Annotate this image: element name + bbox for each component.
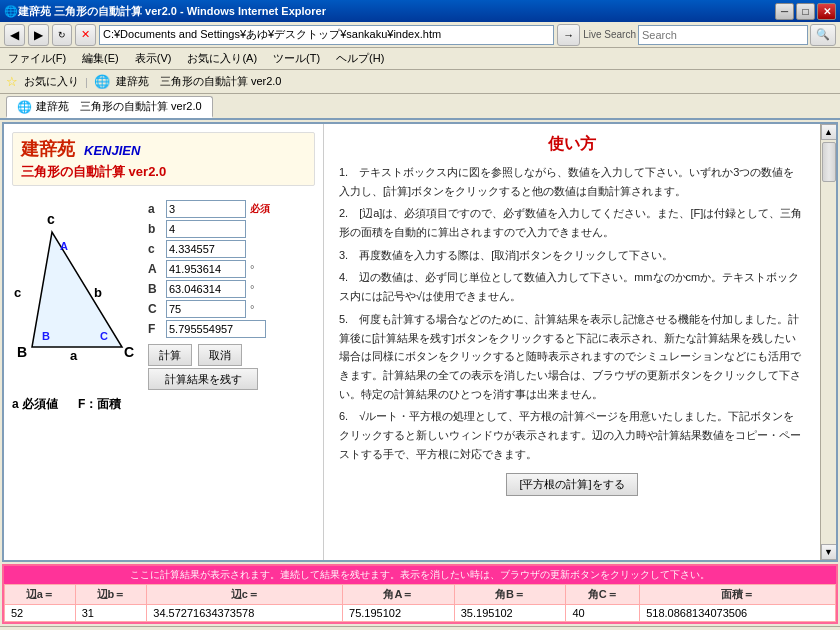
f-label: F：面積 (78, 396, 121, 413)
table-row: 523134.5727163437357875.19510235.1951024… (5, 605, 836, 622)
favorites-tab1[interactable]: 建辞苑 三角形の自動計算 ver2.0 (116, 74, 282, 89)
forward-button[interactable]: ▶ (28, 24, 49, 46)
col-a: 辺a＝ (5, 585, 76, 605)
input-B[interactable] (166, 280, 246, 298)
input-a[interactable] (166, 200, 246, 218)
usage-line-5: 5. 何度も計算する場合などのために、計算結果を表示し記憶させる機能を付加しまし… (339, 310, 805, 403)
main-content: 建辞苑 KENJIEN 三角形の自動計算 ver2.0 B C c c b (2, 122, 838, 562)
usage-title: 使い方 (339, 134, 805, 155)
input-A[interactable] (166, 260, 246, 278)
favorites-bar: ☆ お気に入り | 🌐 建辞苑 三角形の自動計算 ver2.0 (0, 70, 840, 94)
input-row-F: F (148, 320, 270, 338)
stop-button[interactable]: ✕ (75, 24, 96, 46)
table-cell: 35.195102 (454, 605, 566, 622)
logo-roman: KENJIEN (84, 143, 140, 158)
svg-text:B: B (17, 344, 27, 360)
label-a: a (148, 202, 162, 216)
title-bar-buttons: ─ □ ✕ (775, 3, 836, 20)
input-row-A: A ° (148, 260, 270, 278)
results-header: ここに計算結果が表示されます。連続して結果を残せます。表示を消したい時は、ブラウ… (4, 566, 836, 584)
search-button[interactable]: 🔍 (810, 24, 836, 46)
input-row-c: c (148, 240, 270, 258)
label-B: B (148, 282, 162, 296)
address-input[interactable] (99, 25, 554, 45)
cancel-button[interactable]: 取消 (198, 344, 242, 366)
scroll-up-button[interactable]: ▲ (821, 124, 837, 140)
required-a: 必須 (250, 202, 270, 216)
table-cell: 40 (566, 605, 640, 622)
refresh-button[interactable]: ↻ (52, 24, 72, 46)
logo-area: 建辞苑 KENJIEN 三角形の自動計算 ver2.0 (12, 132, 315, 186)
minimize-button[interactable]: ─ (775, 3, 794, 20)
svg-text:B: B (42, 330, 50, 342)
label-c: c (148, 242, 162, 256)
input-F[interactable] (166, 320, 266, 338)
bottom-labels: a 必須値 F：面積 (12, 396, 315, 413)
usage-line-6: 6. √ルート・平方根の処理として、平方根の計算ページを用意いたしました。下記ボ… (339, 407, 805, 463)
logo-kanji: 建辞苑 (21, 139, 75, 159)
maximize-button[interactable]: □ (796, 3, 815, 20)
address-bar: ◀ ▶ ↻ ✕ → Live Search 🔍 (0, 22, 840, 48)
menu-view[interactable]: 表示(V) (131, 49, 176, 68)
triangle-diagram: B C c c b a B C A (12, 202, 142, 384)
live-search-label: Live Search (583, 29, 636, 40)
results-area: ここに計算結果が表示されます。連続して結果を残せます。表示を消したい時は、ブラウ… (2, 564, 838, 624)
usage-text: 1. テキストボックス内に図を参照しながら、数値を入力して下さい。いずれか3つの… (339, 163, 805, 463)
go-button[interactable]: → (557, 24, 580, 46)
input-C[interactable] (166, 300, 246, 318)
input-c[interactable] (166, 240, 246, 258)
scroll-thumb[interactable] (822, 142, 836, 182)
col-c: 辺c＝ (147, 585, 343, 605)
col-A: 角A＝ (343, 585, 455, 605)
search-input[interactable] (638, 25, 808, 45)
input-row-a: a 必須 (148, 200, 270, 218)
results-header-row: 辺a＝ 辺b＝ 辺c＝ 角A＝ 角B＝ 角C＝ 面積＝ (5, 585, 836, 605)
table-cell: 75.195102 (343, 605, 455, 622)
scroll-track: ▲ ▼ (820, 124, 836, 560)
usage-line-4: 4. 辺の数値は、必ず同じ単位として数値入力して下さい。mmなのかcmか。テキス… (339, 268, 805, 305)
degree-B: ° (250, 283, 254, 295)
menu-edit[interactable]: 編集(E) (78, 49, 123, 68)
scroll-down-button[interactable]: ▼ (821, 544, 837, 560)
favorites-tab-icon: 🌐 (94, 74, 110, 89)
usage-line-2: 2. [辺a]は、必須項目ですので、必ず数値を入力してください。また、[F]は付… (339, 204, 805, 241)
menu-bar: ファイル(F) 編集(E) 表示(V) お気に入り(A) ツール(T) ヘルプ(… (0, 48, 840, 70)
results-table: 辺a＝ 辺b＝ 辺c＝ 角A＝ 角B＝ 角C＝ 面積＝ 523134.57271… (4, 584, 836, 622)
sqrt-button[interactable]: [平方根の計算]をする (506, 473, 637, 496)
menu-tools[interactable]: ツール(T) (269, 49, 324, 68)
status-bar: ✕ 閉じる Copyright 2001-2002 demekun. All R… (0, 626, 840, 630)
favorites-divider: | (85, 76, 88, 88)
input-b[interactable] (166, 220, 246, 238)
input-row-b: b (148, 220, 270, 238)
usage-line-1: 1. テキストボックス内に図を参照しながら、数値を入力して下さい。いずれか3つの… (339, 163, 805, 200)
title-bar-icon: 🌐 (4, 5, 18, 18)
table-cell: 52 (5, 605, 76, 622)
a-label: a 必須値 (12, 396, 58, 413)
title-bar: 🌐 建辞苑 三角形の自動計算 ver2.0 - Windows Internet… (0, 0, 840, 22)
buttons-row: 計算 取消 (148, 344, 270, 366)
save-button[interactable]: 計算結果を残す (148, 368, 258, 390)
table-cell: 34.57271634373578 (147, 605, 343, 622)
col-B: 角B＝ (454, 585, 566, 605)
col-C: 角C＝ (566, 585, 640, 605)
back-button[interactable]: ◀ (4, 24, 25, 46)
close-button[interactable]: ✕ (817, 3, 836, 20)
col-area: 面積＝ (640, 585, 836, 605)
table-cell: 31 (75, 605, 147, 622)
label-F: F (148, 322, 162, 336)
menu-favorites[interactable]: お気に入り(A) (183, 49, 261, 68)
tab-main[interactable]: 🌐 建辞苑 三角形の自動計算 ver2.0 (6, 96, 213, 118)
menu-help[interactable]: ヘルプ(H) (332, 49, 388, 68)
left-panel: 建辞苑 KENJIEN 三角形の自動計算 ver2.0 B C c c b (4, 124, 324, 560)
svg-text:c: c (14, 285, 21, 300)
search-area: Live Search 🔍 (583, 24, 836, 46)
svg-text:a: a (70, 348, 78, 362)
degree-C: ° (250, 303, 254, 315)
menu-file[interactable]: ファイル(F) (4, 49, 70, 68)
favorites-label[interactable]: お気に入り (24, 74, 79, 89)
label-b: b (148, 222, 162, 236)
calc-button[interactable]: 計算 (148, 344, 192, 366)
label-A: A (148, 262, 162, 276)
degree-A: ° (250, 263, 254, 275)
svg-text:C: C (100, 330, 108, 342)
